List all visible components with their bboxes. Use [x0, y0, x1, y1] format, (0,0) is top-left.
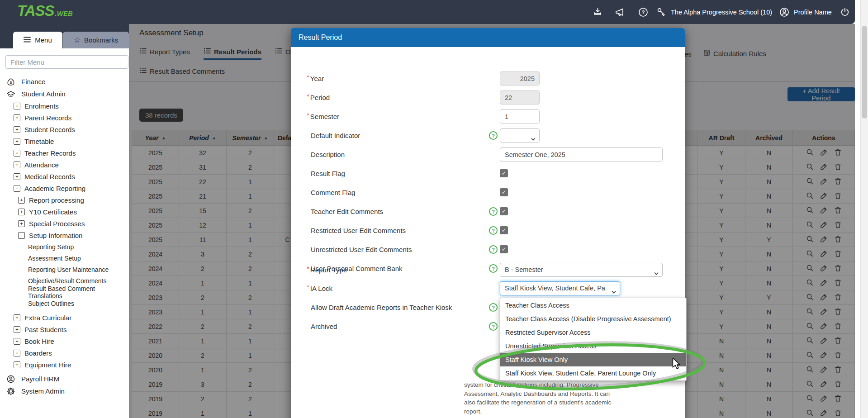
- sidebar-item-label: Extra Curricular: [24, 314, 71, 322]
- sidebar-tree-item[interactable]: + Enrolments: [0, 100, 129, 112]
- download-icon: [593, 7, 603, 17]
- sidebar-tree-item[interactable]: + Past Students: [0, 323, 129, 335]
- dropdown-option[interactable]: Unrestricted Supervisor Access: [500, 339, 686, 353]
- bookmark-star-icon: ☆: [74, 36, 81, 44]
- expander-icon[interactable]: +: [14, 138, 20, 145]
- sidebar-tree-leaf[interactable]: Assessment Setup: [0, 252, 129, 264]
- help-button[interactable]: ?: [638, 0, 649, 24]
- report-type-select[interactable]: B - Semester: [500, 263, 663, 277]
- field-label: Default Indicator: [311, 128, 360, 142]
- expander-icon[interactable]: +: [18, 197, 25, 204]
- expander-icon[interactable]: +: [14, 114, 20, 121]
- default-indicator-select[interactable]: [500, 128, 540, 142]
- sidebar-item-payroll-hrm[interactable]: Payroll HRM: [0, 373, 129, 385]
- help-icon[interactable]: ?: [489, 245, 498, 254]
- sidebar-item-finance[interactable]: $ Finance: [0, 76, 129, 88]
- sidebar-tree-item[interactable]: + Special Processes: [0, 218, 129, 229]
- field-label: Description: [311, 147, 345, 162]
- sidebar-tree-leaf[interactable]: Reporting Setup: [0, 241, 129, 252]
- dropdown-option[interactable]: Restricted Supervisor Access: [500, 326, 686, 339]
- teacher-edit-comments-checkbox[interactable]: ✓: [500, 207, 508, 215]
- sidebar-tab-menu[interactable]: Menu: [13, 32, 62, 48]
- sidebar-item-label: Report processing: [29, 196, 84, 204]
- sidebar-tree-leaf[interactable]: Subject Outlines: [0, 298, 129, 309]
- sidebar-tree-item[interactable]: + Student Records: [0, 124, 129, 135]
- expander-icon[interactable]: +: [14, 338, 20, 345]
- sidebar-item-system-admin[interactable]: System Admin: [0, 385, 129, 397]
- scrollbar-thumb[interactable]: [862, 26, 867, 119]
- downloads-button[interactable]: [593, 0, 603, 24]
- result-flag-checkbox[interactable]: ✓: [500, 169, 508, 177]
- sidebar-tree-item[interactable]: + Extra Curricular: [0, 312, 129, 323]
- help-icon[interactable]: ?: [489, 226, 498, 235]
- ia-lock-select[interactable]: Staff Kiosk View, Student Cafe, Pa: [500, 281, 620, 295]
- logo-text: TASS: [17, 2, 54, 19]
- expander-icon[interactable]: +: [14, 150, 20, 157]
- expander-icon[interactable]: +: [14, 162, 20, 168]
- user-icon: [779, 7, 790, 18]
- announcements-button[interactable]: [614, 0, 625, 24]
- sidebar-item-student-admin[interactable]: Student Admin: [0, 88, 129, 100]
- dropdown-option[interactable]: Teacher Class Access: [500, 299, 686, 312]
- help-icon[interactable]: ?: [489, 207, 498, 216]
- semester-input[interactable]: [500, 109, 540, 124]
- expander-icon[interactable]: +: [14, 173, 20, 180]
- school-selector[interactable]: The Alpha Progressive School (10): [656, 0, 772, 24]
- description-input[interactable]: [500, 147, 663, 162]
- sidebar-tree-item[interactable]: + Equipment Hire: [0, 359, 129, 370]
- graduation-cap-icon: [6, 90, 15, 99]
- sidebar-item-label: Y10 Certificates: [29, 208, 77, 216]
- sidebar-tree-item[interactable]: + Teacher Records: [0, 147, 129, 159]
- field-row-period: *Period: [291, 90, 685, 104]
- sidebar-tree-leaf[interactable]: Result Based Comment Translations: [0, 286, 129, 298]
- expander-icon[interactable]: -: [18, 232, 25, 239]
- period-input[interactable]: [500, 90, 540, 104]
- sidebar-item-label: Equipment Hire: [24, 361, 71, 369]
- sidebar-tree-item[interactable]: - Setup Information: [0, 229, 129, 241]
- dropdown-option[interactable]: Staff Kiosk View, Student Cafe, Parent L…: [500, 366, 686, 380]
- sidebar-item-label: Subject Outlines: [28, 300, 74, 307]
- svg-text:?: ?: [642, 10, 645, 15]
- sidebar-tree-item[interactable]: + Y10 Certificates: [0, 206, 129, 218]
- expander-icon[interactable]: +: [14, 126, 20, 133]
- field-label: *Period: [307, 90, 330, 104]
- unrestricted-user-edit-comments-checkbox[interactable]: ✓: [500, 245, 508, 253]
- help-icon[interactable]: ?: [489, 131, 498, 140]
- field-label: Restricted User Edit Comments: [311, 223, 406, 238]
- dropdown-option[interactable]: Staff Kiosk View Only: [500, 353, 686, 366]
- ia-lock-dropdown: Teacher Class Access Teacher Class Acces…: [500, 298, 687, 381]
- expander-icon[interactable]: +: [18, 209, 25, 215]
- field-label: Teacher Edit Comments: [311, 204, 383, 218]
- year-input[interactable]: [500, 71, 540, 86]
- expander-icon[interactable]: +: [18, 220, 25, 227]
- person-circle-icon: [6, 375, 15, 384]
- comment-flag-checkbox[interactable]: ✓: [500, 188, 508, 196]
- dropdown-option[interactable]: Teacher Class Access (Disable Progressiv…: [500, 312, 686, 326]
- expander-icon[interactable]: +: [14, 314, 20, 321]
- logout-button[interactable]: [840, 0, 850, 24]
- sidebar-tree-item[interactable]: + Medical Records: [0, 171, 129, 182]
- expander-icon[interactable]: +: [14, 350, 20, 356]
- profile-menu[interactable]: Profile Name: [779, 0, 832, 24]
- sidebar-tree-item[interactable]: + Parent Records: [0, 112, 129, 124]
- sidebar-tree-leaf[interactable]: Reporting User Maintenance: [0, 264, 129, 275]
- sidebar-tree-item[interactable]: + Attendance: [0, 159, 129, 171]
- expander-icon[interactable]: +: [14, 103, 20, 109]
- help-icon[interactable]: ?: [489, 322, 498, 331]
- filter-menu-input[interactable]: [5, 55, 128, 69]
- sidebar-tree-item[interactable]: + Book Hire: [0, 335, 129, 347]
- sidebar-tree-item[interactable]: + Report processing: [0, 194, 129, 206]
- sidebar-tree-item[interactable]: + Boarders: [0, 347, 129, 359]
- sidebar-item-label: Enrolments: [24, 102, 59, 110]
- help-icon[interactable]: ?: [489, 303, 498, 312]
- expander-icon[interactable]: +: [14, 361, 20, 368]
- sidebar-tab-bookmarks[interactable]: ☆ Bookmarks: [63, 32, 129, 48]
- restricted-user-edit-comments-checkbox[interactable]: ✓: [500, 226, 508, 234]
- sidebar-tree-item[interactable]: - Academic Reporting: [0, 182, 129, 194]
- expander-icon[interactable]: +: [14, 326, 20, 333]
- scrollbar-track[interactable]: [860, 0, 868, 418]
- field-row-result-flag: Result Flag ✓: [291, 166, 685, 180]
- sidebar-tree-item[interactable]: + Timetable: [0, 135, 129, 147]
- expander-icon[interactable]: -: [14, 185, 20, 192]
- sidebar-item-label: Book Hire: [24, 337, 54, 345]
